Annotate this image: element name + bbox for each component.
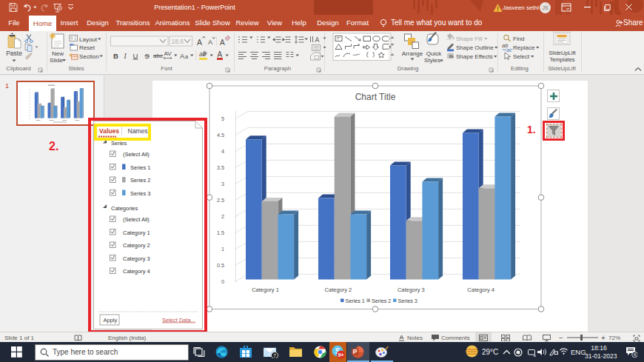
svg-text:18.6: 18.6	[172, 38, 184, 45]
svg-text:Select: Select	[513, 53, 530, 60]
svg-text:3.5: 3.5	[217, 164, 224, 171]
svg-text:a: a	[185, 53, 189, 60]
svg-text:4: 4	[221, 148, 224, 155]
svg-text:Category 3: Category 3	[398, 286, 425, 293]
svg-text:A: A	[208, 38, 212, 46]
svg-text:Shape Effects: Shape Effects	[456, 53, 493, 60]
svg-text:!: !	[497, 5, 499, 13]
svg-text:Category 1: Category 1	[252, 286, 279, 293]
svg-text:Arrange: Arrange	[402, 50, 423, 57]
svg-text:1: 1	[221, 246, 224, 252]
svg-text:SlideUpLift: SlideUpLift	[549, 50, 576, 56]
svg-text:Reset: Reset	[79, 44, 95, 51]
svg-text:Series 1: Series 1	[346, 298, 365, 304]
svg-text:Shape Fill: Shape Fill	[456, 36, 483, 42]
svg-text:Shape Outline: Shape Outline	[456, 44, 494, 51]
svg-text:Series 2: Series 2	[372, 298, 391, 304]
svg-text:1.5: 1.5	[217, 229, 224, 236]
svg-text:New: New	[52, 50, 64, 57]
svg-text:3: 3	[221, 181, 224, 187]
svg-text:S: S	[145, 52, 150, 60]
svg-text:U: U	[133, 52, 138, 60]
svg-text:Quick: Quick	[426, 50, 442, 57]
svg-text:Layout: Layout	[79, 36, 98, 43]
svg-text:P: P	[353, 348, 358, 355]
svg-text:5: 5	[221, 115, 224, 122]
svg-text:0.5: 0.5	[217, 262, 224, 269]
svg-text:Chart Title: Chart Title	[355, 92, 396, 102]
svg-text:ac: ac	[506, 47, 512, 53]
svg-text:Styles: Styles	[424, 57, 440, 64]
svg-text:0: 0	[221, 278, 224, 285]
svg-text:Category 4: Category 4	[467, 286, 494, 293]
svg-text:B: B	[113, 52, 118, 60]
svg-text:Find: Find	[513, 36, 525, 42]
svg-text:A: A	[180, 52, 185, 60]
svg-text:AV: AV	[164, 50, 172, 57]
svg-text:2.5: 2.5	[217, 197, 224, 204]
svg-text:A: A	[220, 38, 225, 47]
svg-text:9+: 9+	[338, 352, 344, 358]
svg-text:Templates: Templates	[549, 56, 574, 63]
svg-text:Replace: Replace	[513, 44, 535, 51]
svg-text:7: 7	[273, 353, 276, 358]
svg-text:Category 2: Category 2	[325, 286, 352, 293]
svg-text:A: A	[197, 38, 202, 47]
svg-text:Series 3: Series 3	[398, 298, 417, 304]
svg-text:A: A	[218, 50, 223, 58]
svg-text:abc: abc	[153, 53, 163, 59]
svg-text:4.5: 4.5	[217, 132, 224, 138]
svg-text:Slide: Slide	[50, 57, 63, 64]
svg-text:I: I	[124, 53, 127, 60]
svg-text:Paste: Paste	[6, 50, 22, 57]
svg-text:2: 2	[221, 213, 224, 220]
svg-text:Section: Section	[79, 53, 99, 60]
